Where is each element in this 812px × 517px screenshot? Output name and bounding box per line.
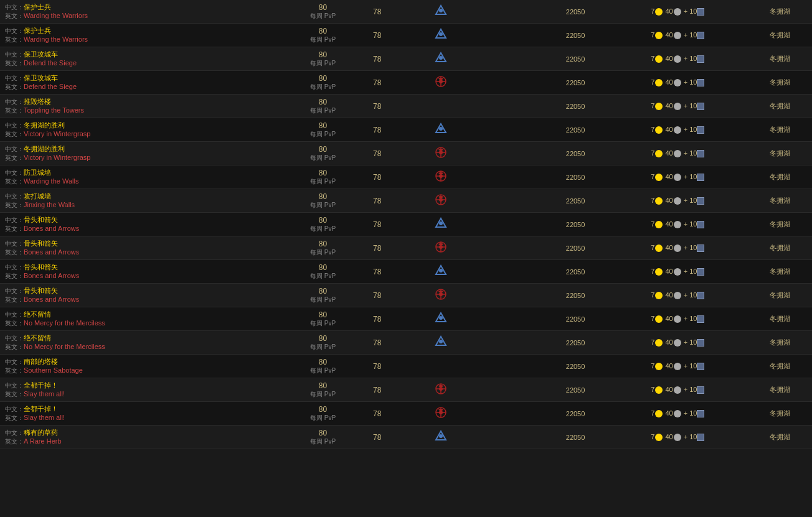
zone-cell: 冬拥湖 (748, 0, 812, 24)
zh-label: 中文： (5, 358, 24, 365)
zone-cell: 冬拥湖 (748, 189, 812, 213)
en-name: Bones and Arrows (24, 225, 79, 232)
reward-value: 7 40 + 10 (651, 315, 704, 322)
level-value: 80 (299, 27, 346, 35)
token-icon (697, 55, 704, 63)
en-label: 英文： (5, 296, 24, 303)
xp-value: 22050 (566, 174, 585, 181)
token-icon (697, 32, 704, 39)
faction-cell (403, 355, 479, 378)
zh-name: 南部的塔楼 (24, 358, 58, 365)
reward-cell: 7 40 + 10 (607, 307, 748, 331)
silver-coin-icon (674, 150, 681, 157)
gold-coin-icon (655, 126, 663, 134)
reward-value: 7 40 + 10 (651, 268, 704, 275)
token-icon (697, 126, 704, 134)
reward-value: 7 40 + 10 (651, 291, 704, 299)
req-level-cell: 78 (352, 378, 403, 402)
silver-coin-icon (674, 315, 681, 323)
faction-cell (403, 165, 479, 189)
freq-value: 每周 PvP (299, 390, 346, 399)
silver-coin-icon (674, 221, 681, 228)
svg-point-43 (439, 387, 443, 391)
horde-icon (435, 193, 447, 208)
zone-value: 冬拥湖 (770, 78, 790, 86)
freq-value: 每周 PvP (299, 59, 346, 68)
zh-label: 中文： (5, 406, 24, 412)
quest-name-cell: 中文：冬拥湖的胜利 英文：Victory in Wintergrasp (0, 142, 294, 165)
quest-name-cell: 中文：绝不留情 英文：No Mercy for the Merciless (0, 331, 294, 355)
zh-label: 中文： (5, 146, 24, 152)
level-value: 80 (299, 240, 346, 248)
zh-label: 中文： (5, 382, 24, 389)
silver-coin-icon (674, 386, 681, 394)
freq-value: 每周 PvP (299, 248, 346, 257)
freq-value: 每周 PvP (299, 106, 346, 115)
xp-value: 22050 (566, 32, 585, 39)
req-level-cell: 78 (352, 71, 403, 95)
zh-label: 中文： (5, 27, 24, 34)
faction-cell (403, 236, 479, 260)
level-cell: 80 每周 PvP (294, 24, 351, 47)
svg-point-39 (439, 340, 443, 343)
req-level-value: 78 (373, 291, 381, 300)
zone-value: 冬拥湖 (770, 197, 790, 204)
gold-coin-icon (655, 410, 663, 417)
en-label: 英文： (5, 12, 24, 19)
xp-cell: 22050 (544, 95, 608, 118)
reward-cell: 7 40 + 10 (607, 426, 748, 449)
reward-value: 7 40 + 10 (651, 55, 704, 62)
level-cell: 80 每周 PvP (294, 426, 351, 449)
level-cell: 80 每周 PvP (294, 355, 351, 378)
token-icon (697, 292, 704, 299)
req-level-value: 78 (373, 244, 381, 253)
req-level-value: 78 (373, 409, 381, 418)
quest-name-cell: 中文：攻打城墙 英文：Jinxing the Walls (0, 189, 294, 213)
level-value: 80 (299, 310, 346, 319)
en-name: Slay them all! (24, 414, 65, 421)
level-cell: 80 每周 PvP (294, 95, 351, 118)
req-level-value: 78 (373, 315, 381, 324)
quest-name-cell: 中文：骨头和箭矢 英文：Bones and Arrows (0, 284, 294, 307)
level-cell: 80 每周 PvP (294, 165, 351, 189)
level-value: 80 (299, 145, 346, 154)
token-icon (697, 315, 704, 323)
level-cell: 80 每周 PvP (294, 0, 351, 24)
level-cell: 80 每周 PvP (294, 331, 351, 355)
freq-value: 每周 PvP (299, 35, 346, 44)
quest-name-cell: 中文：全都干掉！ 英文：Slay them all! (0, 402, 294, 426)
zh-label: 中文： (5, 240, 24, 247)
quest-name-cell: 中文：南部的塔楼 英文：Southern Sabotage (0, 355, 294, 378)
freq-value: 每周 PvP (299, 201, 346, 210)
svg-point-47 (439, 411, 443, 414)
reward-cell: 7 40 + 10 (607, 331, 748, 355)
empty-cell (479, 118, 544, 142)
gold-coin-icon (655, 315, 663, 323)
xp-value: 22050 (566, 410, 585, 417)
empty-cell (479, 95, 544, 118)
zh-name: 防卫城墙 (24, 169, 51, 176)
svg-point-3 (439, 32, 443, 36)
quest-name-cell: 中文：防卫城墙 英文：Warding the Walls (0, 165, 294, 189)
zh-label: 中文： (5, 4, 24, 11)
en-label: 英文： (5, 249, 24, 256)
reward-cell: 7 40 + 10 (607, 95, 748, 118)
svg-point-29 (439, 245, 443, 249)
level-cell: 80 每周 PvP (294, 189, 351, 213)
svg-point-37 (439, 316, 443, 320)
horde-icon (435, 75, 447, 90)
req-level-value: 78 (373, 78, 381, 87)
gold-coin-icon (655, 197, 663, 205)
level-value: 80 (299, 169, 346, 177)
alliance-icon (435, 264, 447, 279)
en-name: Warding the Walls (24, 177, 78, 185)
zh-name: 冬拥湖的胜利 (24, 121, 65, 129)
empty-cell (479, 402, 544, 426)
en-label: 英文： (5, 320, 24, 327)
quest-name-cell: 中文：全都干掉！ 英文：Slay them all! (0, 378, 294, 402)
level-value: 80 (299, 50, 346, 59)
req-level-value: 78 (373, 268, 381, 276)
zh-label: 中文： (5, 75, 24, 82)
zone-value: 冬拥湖 (770, 386, 790, 393)
xp-cell: 22050 (544, 0, 608, 24)
